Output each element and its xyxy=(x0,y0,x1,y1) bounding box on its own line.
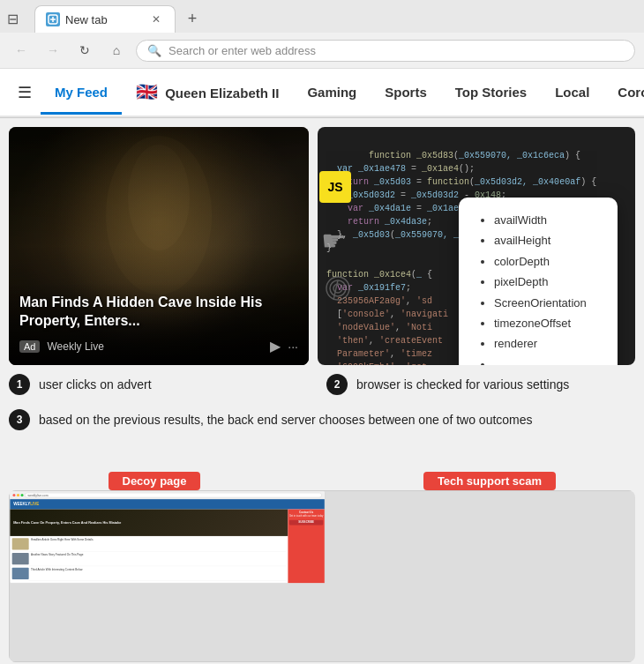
fake-maximize-dot xyxy=(21,494,24,496)
fake-sidebar-text: Get in touch with our team today xyxy=(289,515,323,518)
play-button[interactable]: ▶ xyxy=(270,338,281,354)
tooltip-list: availWidth availHeight colorDepth pixelD… xyxy=(476,210,600,365)
fake-article-text-3: Third Article With Interesting Content B… xyxy=(31,568,83,571)
fake-sidebar-title: Contact Us xyxy=(289,511,323,513)
step-1-text: user clicks on advert xyxy=(39,377,152,392)
top-row: Man Finds A Hidden Cave Inside His Prope… xyxy=(9,127,635,365)
cursor-hand-icon: ☛ xyxy=(321,224,347,257)
more-button[interactable]: ··· xyxy=(288,339,298,354)
nav-bar: ← → ↻ ⌂ 🔍 Search or enter web address xyxy=(0,33,644,69)
fake-sidebar: Contact Us Get in touch with our team to… xyxy=(288,510,324,584)
fake-browser-decoy: weeklylive.com WEEKLYLIVE Man Finds Cave… xyxy=(10,491,325,584)
tooltip-item: ... xyxy=(494,354,600,365)
steps-row: 1 user clicks on advert 2 browser is che… xyxy=(9,374,635,395)
fake-article-text-2: Another News Story Featured On This Page xyxy=(31,553,83,556)
step-2-number: 2 xyxy=(326,374,348,395)
fake-logo: WEEKLYLIVE xyxy=(13,502,39,506)
right-panel-label-area: Tech support scam xyxy=(344,471,635,490)
article-card[interactable]: Man Finds A Hidden Cave Inside His Prope… xyxy=(9,127,309,365)
fake-article-text-1: Headline Article Goes Right Here With So… xyxy=(31,538,93,541)
or-spacer xyxy=(300,471,344,490)
active-tab[interactable]: New tab ✕ xyxy=(34,5,176,33)
fake-main: Man Finds Cave On Property, Enters Cave … xyxy=(10,510,324,584)
decoy-page-panel: weeklylive.com WEEKLYLIVE Man Finds Cave… xyxy=(9,490,635,662)
ad-badge: Ad xyxy=(19,340,40,353)
tech-support-scam-label: Tech support scam xyxy=(423,472,556,490)
browser-window: ⊟ New tab ✕ + ← → ↻ ⌂ 🔍 Search or enter … xyxy=(0,0,644,118)
nav-gaming[interactable]: Gaming xyxy=(293,72,371,115)
tab-label: New tab xyxy=(65,13,108,26)
new-tab-button[interactable]: + xyxy=(179,6,206,33)
uk-flag-icon: 🇬🇧 xyxy=(136,82,158,101)
article-text-area: Man Finds A Hidden Cave Inside His Prope… xyxy=(9,283,309,365)
fake-hero: Man Finds Cave On Property, Enters Cave … xyxy=(10,510,288,536)
tooltip-item: renderer xyxy=(494,333,600,354)
nav-queen[interactable]: 🇬🇧 Queen Elizabeth II xyxy=(122,69,293,117)
address-text: Search or enter web address xyxy=(168,44,316,57)
fake-thumbnail-1 xyxy=(12,538,29,549)
tab-close-button[interactable]: ✕ xyxy=(148,11,164,27)
tab-bar: ⊟ New tab ✕ + xyxy=(0,0,644,33)
article-source: Weekly Live xyxy=(47,340,103,353)
article-title: Man Finds A Hidden Cave Inside His Prope… xyxy=(19,294,298,331)
fake-article-row-1: Headline Article Goes Right Here With So… xyxy=(12,538,287,551)
search-icon: 🔍 xyxy=(147,44,161,57)
tooltip-popup: availWidth availHeight colorDepth pixelD… xyxy=(459,198,618,365)
forward-button[interactable]: → xyxy=(41,38,65,63)
fake-close-dot xyxy=(12,494,15,496)
nav-local[interactable]: Local xyxy=(541,72,603,115)
step-1-number: 1 xyxy=(9,374,30,395)
fake-hero-text: Man Finds Cave On Property, Enters Cave … xyxy=(13,521,121,525)
fake-articles-area: Man Finds Cave On Property, Enters Cave … xyxy=(10,510,288,584)
step-1: 1 user clicks on advert xyxy=(9,374,318,395)
fake-articles-list: Headline Article Goes Right Here With So… xyxy=(10,536,288,583)
news-navigation: ☰ My Feed 🇬🇧 Queen Elizabeth II Gaming S… xyxy=(0,69,644,117)
window-controls: ⊟ xyxy=(7,11,24,27)
step-3: 3 based on the previous results, the bac… xyxy=(9,404,635,436)
nav-sports[interactable]: Sports xyxy=(371,72,441,115)
nav-my-feed[interactable]: My Feed xyxy=(41,72,122,115)
javascript-icon: JS xyxy=(319,171,351,203)
fake-nav: weeklylive.com xyxy=(10,491,324,499)
nav-top-stories[interactable]: Top Stories xyxy=(441,72,541,115)
tooltip-item: availWidth xyxy=(494,210,600,230)
address-bar[interactable]: 🔍 Search or enter web address xyxy=(136,40,635,62)
fake-site-header: WEEKLYLIVE xyxy=(10,499,324,509)
fake-address-bar: weeklylive.com xyxy=(25,493,322,497)
decoy-page-label: Decoy page xyxy=(109,472,201,490)
decoy-screenshot: weeklylive.com WEEKLYLIVE Man Finds Cave… xyxy=(10,491,635,661)
back-button[interactable]: ← xyxy=(9,38,34,63)
tooltip-item: colorDepth xyxy=(494,251,600,272)
tooltip-item: pixelDepth xyxy=(494,272,600,292)
nav-coronavirus[interactable]: Coronavirus xyxy=(603,72,644,115)
home-button[interactable]: ⌂ xyxy=(104,38,129,63)
step-3-text: based on the previous results, the back … xyxy=(39,413,533,427)
window-layout-icon[interactable]: ⊟ xyxy=(7,11,19,27)
left-panel-label-area: Decoy page xyxy=(9,471,300,490)
fingerprint-icon xyxy=(325,275,351,312)
tooltip-item: availHeight xyxy=(494,230,600,250)
article-meta: Ad Weekly Live ▶ ··· xyxy=(19,338,298,354)
fake-minimize-dot xyxy=(17,494,19,496)
tooltip-item: timezoneOffset xyxy=(494,313,600,333)
step-3-number: 3 xyxy=(9,409,30,430)
hamburger-menu-button[interactable]: ☰ xyxy=(9,72,41,113)
step-2-text: browser is checked for various settings xyxy=(356,377,569,392)
tab-favicon xyxy=(46,12,60,26)
bottom-panels-wrapper: Decoy page Tech support scam weeklylive.… xyxy=(9,471,635,662)
tooltip-item: ScreenOrientation xyxy=(494,293,600,313)
code-panel: JS ☛ function _0x5d83(_0x559070, _0x1c6e… xyxy=(318,127,635,365)
refresh-button[interactable]: ↻ xyxy=(72,38,97,63)
fake-thumbnail-2 xyxy=(12,553,29,564)
fake-sidebar-btn: SUBSCRIBE xyxy=(289,520,323,526)
fake-article-row-3: Third Article With Interesting Content B… xyxy=(12,568,287,581)
fake-thumbnail-3 xyxy=(12,568,29,579)
step-2: 2 browser is checked for various setting… xyxy=(326,374,635,395)
panel-labels: Decoy page Tech support scam xyxy=(9,471,635,490)
bottom-row: weeklylive.com WEEKLYLIVE Man Finds Cave… xyxy=(9,490,635,662)
fake-article-row-2: Another News Story Featured On This Page xyxy=(12,553,287,566)
main-content: Man Finds A Hidden Cave Inside His Prope… xyxy=(0,118,644,664)
